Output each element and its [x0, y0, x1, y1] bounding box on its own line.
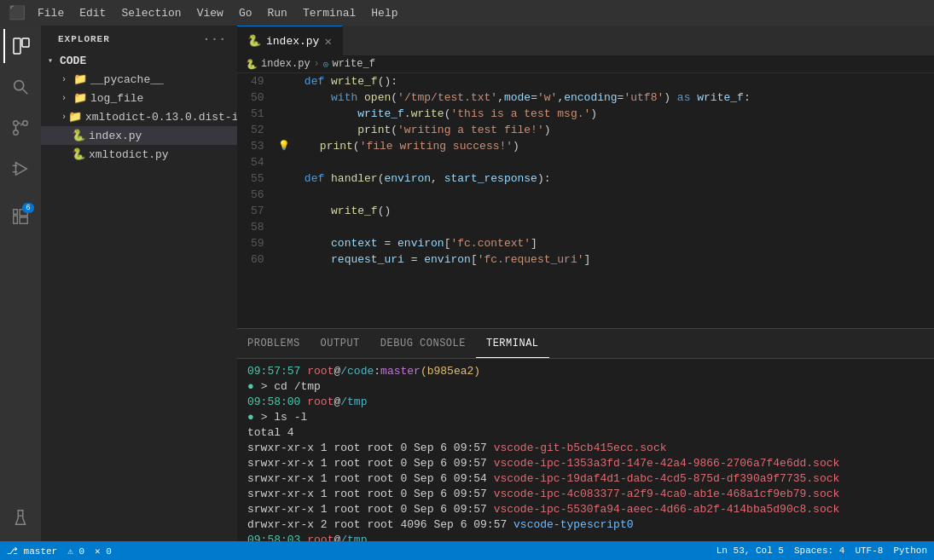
breadcrumb-file[interactable]: index.py: [261, 58, 310, 70]
code-line-57: write_f(): [278, 203, 931, 219]
terminal-line: 09:58:00 root@/tmp: [247, 395, 924, 410]
tab-index-py[interactable]: 🐍 index.py ✕: [237, 26, 343, 55]
prompt-time: 09:58:00: [247, 395, 300, 408]
folder-icon: 📁: [73, 91, 87, 105]
menu-item-terminal[interactable]: Terminal: [296, 5, 363, 21]
svg-line-9: [20, 124, 23, 126]
tree-item-code-root[interactable]: ▾CODE: [41, 51, 237, 70]
sidebar-header: EXPLORER ···: [41, 26, 237, 49]
tree-item-log_file[interactable]: ›📁log_file: [41, 89, 237, 107]
terminal-line: srwxr-xr-x 1 root root 0 Sep 6 09:54 vsc…: [247, 471, 924, 487]
line-numbers: 495051525354555657585960: [237, 73, 275, 328]
status-language[interactable]: Python: [893, 546, 927, 556]
svg-rect-16: [14, 210, 18, 215]
menu-item-edit[interactable]: Edit: [73, 5, 113, 21]
terminal-line: ● > cd /tmp: [247, 379, 924, 395]
code-line-51: write_f.write('this is a test msg.'): [278, 106, 931, 122]
debug-activity-icon[interactable]: [3, 152, 38, 186]
status-spaces[interactable]: Spaces: 4: [794, 546, 844, 556]
terminal-content[interactable]: 09:57:57 root@/code:master(b985ea2)● > c…: [237, 359, 934, 541]
code-line-59: context = environ['fc.context']: [278, 235, 931, 251]
tab-label: index.py: [266, 35, 319, 48]
code-line-50: with open('/tmp/test.txt',mode='w',encod…: [278, 89, 931, 106]
code-content[interactable]: def write_f(): with open('/tmp/test.txt'…: [275, 73, 934, 328]
code-line-52: print('writing a test file!'): [278, 122, 931, 138]
terminal-line: drwxr-xr-x 2 root root 4096 Sep 6 09:57 …: [247, 517, 924, 533]
tree-root-label: CODE: [60, 55, 86, 67]
terminal-line: srwxr-xr-x 1 root root 0 Sep 6 09:57 vsc…: [247, 456, 924, 471]
terminal-line: total 4: [247, 425, 924, 441]
tree-item-xmltodict-py[interactable]: 🐍xmltodict.py: [41, 145, 237, 164]
menu-item-run[interactable]: Run: [260, 5, 293, 21]
panel-tab-terminal[interactable]: TERMINAL: [476, 329, 549, 358]
line-number-58: 58: [251, 219, 264, 235]
prompt-path: /tmp: [340, 395, 367, 408]
line-number-59: 59: [251, 235, 264, 251]
tree-item-xmltodict[interactable]: ›📁xmltodict-0.13.0.dist-info: [41, 107, 237, 126]
test-activity-icon[interactable]: [3, 500, 38, 534]
search-activity-icon[interactable]: [3, 70, 38, 104]
menu-item-selection[interactable]: Selection: [114, 5, 188, 21]
menu-item-go[interactable]: Go: [232, 5, 259, 21]
menu-bar: FileEditSelectionViewGoRunTerminalHelp: [31, 5, 405, 21]
tree-chevron-icon: ▾: [48, 55, 58, 66]
code-line-60: request_uri = environ['fc.request_uri']: [278, 251, 931, 268]
menu-item-file[interactable]: File: [31, 5, 71, 21]
prompt-hash: (b985ea2): [421, 365, 480, 378]
tree-item-index-py[interactable]: 🐍index.py: [41, 126, 237, 145]
ls-file: vscode-ipc-1353a3fd-147e-42a4-9866-2706a…: [494, 457, 840, 470]
code-line-54: [278, 154, 931, 170]
menu-item-help[interactable]: Help: [364, 5, 404, 21]
title-bar: ⬛ FileEditSelectionViewGoRunTerminalHelp: [0, 0, 934, 26]
extensions-activity-icon[interactable]: 6: [3, 199, 38, 234]
prompt-user: root: [307, 365, 334, 378]
code-editor[interactable]: 495051525354555657585960 def write_f(): …: [237, 73, 934, 328]
panel-tabs: PROBLEMS OUTPUT DEBUG CONSOLE TERMINAL: [237, 329, 934, 359]
prompt-branch: master: [380, 365, 421, 378]
terminal-cmd[interactable]: > cd /tmp: [261, 380, 321, 393]
tab-bar: 🐍 index.py ✕: [237, 26, 934, 55]
ls-file: vscode-typescript0: [513, 518, 633, 531]
explorer-activity-icon[interactable]: [3, 29, 38, 63]
line-number-57: 57: [251, 203, 264, 219]
editor-area: 🐍 index.py ✕ 🐍 index.py › ⊙ write_f 4950…: [237, 26, 934, 541]
line-number-49: 49: [251, 73, 264, 89]
panel-tab-debug-console[interactable]: DEBUG CONSOLE: [370, 329, 476, 358]
status-branch[interactable]: ⎇ master: [7, 546, 57, 557]
prompt-path: /code: [340, 365, 374, 378]
ls-file: vscode-ipc-5530fa94-aeec-4d66-ab2f-414bb…: [494, 503, 840, 516]
sidebar-more-button[interactable]: ···: [203, 32, 227, 46]
tab-close-button[interactable]: ✕: [324, 34, 331, 49]
ls-file: vscode-ipc-4c083377-a2f9-4ca0-ab1e-468a1…: [494, 488, 840, 500]
terminal-cmd[interactable]: > ls -l: [261, 411, 308, 424]
tree-label: __pycache__: [90, 73, 164, 86]
tree-label: xmltodict-0.13.0.dist-info: [85, 111, 237, 124]
hint-icon: 💡: [278, 138, 290, 154]
activity-bar: 6: [0, 26, 41, 541]
terminal-line: 09:58:03 root@/tmp: [247, 533, 924, 541]
app-icon: ⬛: [9, 4, 26, 21]
panel-tab-problems[interactable]: PROBLEMS: [237, 329, 310, 358]
line-number-52: 52: [251, 122, 264, 138]
status-encoding[interactable]: UTF-8: [855, 546, 883, 556]
breadcrumb-func[interactable]: write_f: [332, 58, 374, 70]
status-errors[interactable]: ✕ 0: [95, 546, 112, 557]
code-line-55: def handler(environ, start_response):: [278, 170, 931, 187]
tree-chevron-icon: ›: [61, 94, 72, 103]
menu-item-view[interactable]: View: [190, 5, 230, 21]
title-bar-left: ⬛ FileEditSelectionViewGoRunTerminalHelp: [9, 4, 405, 21]
breadcrumb-file-icon: 🐍: [246, 59, 258, 70]
svg-marker-10: [16, 163, 27, 176]
code-line-53: 💡 print('file writing success!'): [278, 138, 931, 154]
breadcrumb: 🐍 index.py › ⊙ write_f: [237, 55, 934, 73]
terminal-line: 09:57:57 root@/code:master(b985ea2): [247, 364, 924, 379]
line-number-56: 56: [251, 187, 264, 203]
breadcrumb-sep1: ›: [314, 58, 320, 70]
status-warnings[interactable]: ⚠ 0: [67, 546, 84, 557]
status-position[interactable]: Ln 53, Col 5: [716, 546, 784, 556]
panel-tab-output[interactable]: OUTPUT: [310, 329, 370, 358]
svg-point-5: [23, 121, 28, 126]
tree-item-pycache[interactable]: ›📁__pycache__: [41, 70, 237, 89]
source-control-activity-icon[interactable]: [3, 111, 38, 145]
svg-rect-1: [22, 38, 29, 47]
